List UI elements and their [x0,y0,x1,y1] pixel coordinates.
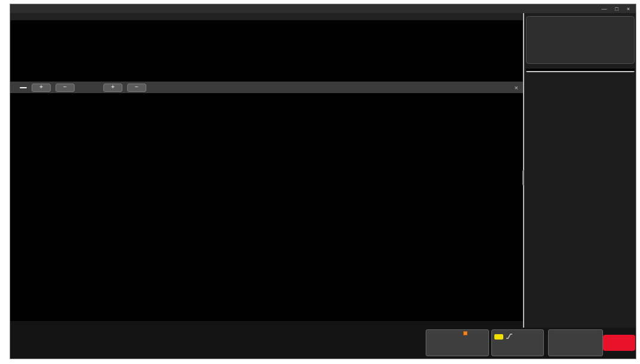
maximize-icon[interactable]: □ [615,6,618,12]
results-table-panel [526,69,635,72]
trigger-panel[interactable] [491,329,544,356]
trigger-details [494,334,541,340]
bottom-settings-bar [10,328,636,359]
horizontal-zoom-scale-value[interactable] [20,87,27,88]
results-table-title[interactable] [526,69,635,71]
menu-bar: — □ × [10,4,636,13]
horizontal-panel[interactable] [426,329,489,356]
preview-button[interactable] [603,335,635,351]
add-new-buttons [527,18,634,23]
screenshot-page: — □ × + − + − × [0,0,640,364]
horizontal-zoom-in-button[interactable]: + [32,84,51,92]
vertical-zoom-in-button[interactable]: + [103,84,122,92]
zoom-waveform-plot[interactable] [10,93,523,321]
overview-waveform-canvas[interactable] [11,20,522,81]
acquisition-overview[interactable] [11,20,522,81]
horizontal-details [429,331,486,337]
waveform-grid-svg [10,93,523,321]
expansion-point [463,331,486,337]
vertical-zoom-out-button[interactable]: − [127,84,146,92]
record-length [429,331,463,337]
view-tab-strip [10,13,523,20]
minimize-icon[interactable]: — [601,6,607,12]
add-new-panel [526,16,635,64]
window-controls: — □ × [601,6,630,12]
zoom-controls-bar: + − + − × [10,82,523,93]
expansion-point-icon [463,331,467,335]
close-zoom-icon[interactable]: × [515,84,518,91]
horizontal-zoom-out-button[interactable]: − [56,84,75,92]
acquisition-panel[interactable] [548,329,603,356]
rising-edge-icon [506,334,513,340]
scope-application-window: — □ × + − + − × [10,4,636,359]
close-icon[interactable]: × [627,6,630,12]
right-panel [524,13,636,328]
trigger-source-badge [494,334,503,340]
